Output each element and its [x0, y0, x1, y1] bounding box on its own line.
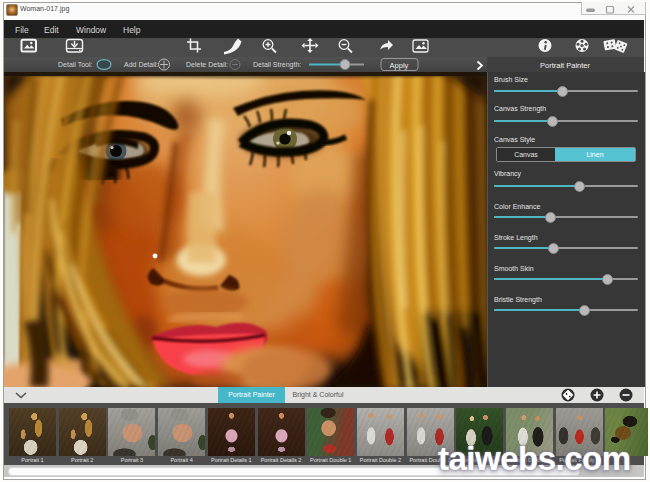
svg-text:Apply: Apply	[390, 61, 409, 70]
